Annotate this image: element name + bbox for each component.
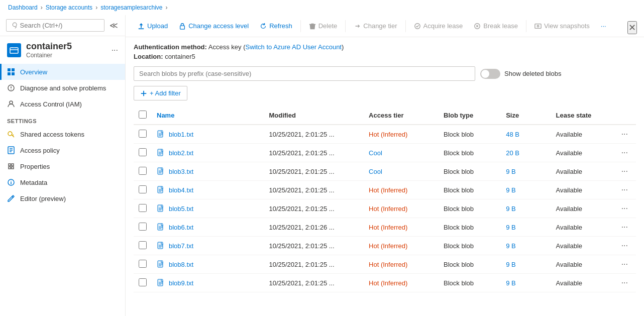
- row-more-actions-button-1[interactable]: ···: [618, 147, 631, 158]
- row-name-1[interactable]: blob2.txt: [169, 149, 193, 157]
- row-checkbox-2[interactable]: [139, 167, 147, 175]
- column-header-name[interactable]: Name: [152, 107, 264, 125]
- row-actions-cell-2[interactable]: ···: [613, 162, 636, 181]
- row-name-5[interactable]: blob6.txt: [169, 224, 193, 231]
- row-actions-cell-1[interactable]: ···: [613, 144, 636, 162]
- row-actions-cell-4[interactable]: ···: [613, 199, 636, 218]
- change-access-level-button[interactable]: Change access level: [174, 19, 254, 33]
- sidebar-item-overview[interactable]: Overview: [0, 64, 125, 80]
- blob-search-input[interactable]: [134, 66, 475, 81]
- row-checkbox-3[interactable]: [139, 185, 147, 193]
- row-more-actions-button-7[interactable]: ···: [618, 259, 631, 270]
- blob-file-icon-8: [157, 279, 165, 287]
- row-name-4[interactable]: blob5.txt: [169, 205, 193, 213]
- close-button[interactable]: ✕: [627, 21, 637, 34]
- upload-button[interactable]: Upload: [133, 19, 173, 33]
- sidebar-item-properties[interactable]: Properties: [0, 158, 125, 174]
- column-header-modified[interactable]: Modified: [264, 107, 364, 125]
- row-checkbox-5[interactable]: [139, 223, 147, 231]
- row-name-2[interactable]: blob3.txt: [169, 168, 193, 175]
- row-actions-cell-6[interactable]: ···: [613, 237, 636, 255]
- view-snapshots-button[interactable]: View snapshots: [529, 19, 595, 33]
- break-lease-button[interactable]: Break lease: [469, 19, 523, 33]
- row-lease-cell-6: Available: [551, 237, 613, 255]
- row-checkbox-cell-5[interactable]: [134, 218, 152, 237]
- change-tier-button[interactable]: Change tier: [349, 19, 402, 33]
- row-name-3[interactable]: blob4.txt: [169, 186, 193, 194]
- row-name-cell-7: blob8.txt: [152, 255, 264, 274]
- toolbar-divider-3: [405, 20, 406, 32]
- add-filter-button[interactable]: + Add filter: [134, 86, 187, 100]
- refresh-button[interactable]: Refresh: [255, 19, 297, 33]
- show-deleted-toggle[interactable]: [480, 69, 500, 79]
- row-actions-cell-3[interactable]: ···: [613, 181, 636, 199]
- key-icon: [7, 130, 15, 138]
- row-checkbox-6[interactable]: [139, 241, 147, 249]
- row-more-actions-button-5[interactable]: ···: [618, 222, 631, 233]
- overview-icon: [7, 68, 15, 76]
- row-name-6[interactable]: blob7.txt: [169, 242, 193, 250]
- row-type-cell-5: Block blob: [439, 218, 501, 237]
- resource-more-button[interactable]: ···: [112, 46, 118, 55]
- column-header-blob-type[interactable]: Blob type: [439, 107, 501, 125]
- row-more-actions-button-3[interactable]: ···: [618, 184, 631, 195]
- column-header-actions: [613, 107, 636, 125]
- acquire-lease-button[interactable]: Acquire lease: [409, 19, 468, 33]
- blob-file-icon-2: [157, 167, 165, 175]
- row-checkbox-cell-2[interactable]: [134, 162, 152, 181]
- sidebar-item-access-policy[interactable]: Access policy: [0, 142, 125, 158]
- row-more-actions-button-4[interactable]: ···: [618, 203, 631, 214]
- row-checkbox-cell-4[interactable]: [134, 199, 152, 218]
- row-lease-cell-3: Available: [551, 181, 613, 199]
- sidebar-item-diagnose[interactable]: Diagnose and solve problems: [0, 80, 125, 96]
- collapse-sidebar-button[interactable]: ≪: [109, 20, 119, 31]
- row-checkbox-cell-3[interactable]: [134, 181, 152, 199]
- row-name-8[interactable]: blob9.txt: [169, 279, 193, 287]
- breadcrumb-storagesamplesarchive[interactable]: storagesamplesarchive: [100, 4, 162, 11]
- row-tier-cell-2: Cool: [364, 162, 439, 181]
- lock-icon: [179, 23, 186, 30]
- row-type-cell-4: Block blob: [439, 199, 501, 218]
- select-all-checkbox[interactable]: [139, 111, 147, 119]
- row-checkbox-0[interactable]: [139, 130, 147, 138]
- row-checkbox-4[interactable]: [139, 204, 147, 212]
- row-name-7[interactable]: blob8.txt: [169, 261, 193, 268]
- row-checkbox-8[interactable]: [139, 278, 147, 286]
- row-more-actions-button-8[interactable]: ···: [618, 277, 631, 288]
- column-header-lease-state[interactable]: Lease state: [551, 107, 613, 125]
- svg-rect-10: [180, 26, 185, 29]
- row-checkbox-1[interactable]: [139, 148, 147, 156]
- row-more-actions-button-6[interactable]: ···: [618, 240, 631, 251]
- sidebar-item-iam[interactable]: Access Control (IAM): [0, 96, 125, 112]
- svg-rect-16: [158, 149, 163, 156]
- row-checkbox-cell-0[interactable]: [134, 125, 152, 144]
- sidebar-item-metadata[interactable]: Metadata: [0, 174, 125, 190]
- row-name-0[interactable]: blob1.txt: [169, 131, 193, 138]
- row-checkbox-cell-8[interactable]: [134, 274, 152, 292]
- row-checkbox-cell-1[interactable]: [134, 144, 152, 162]
- row-checkbox-cell-7[interactable]: [134, 255, 152, 274]
- row-more-actions-button-0[interactable]: ···: [618, 129, 631, 140]
- more-actions-toolbar-button[interactable]: ···: [596, 19, 611, 33]
- column-header-access-tier[interactable]: Access tier: [364, 107, 439, 125]
- breadcrumb-storage-accounts[interactable]: Storage accounts: [46, 4, 92, 11]
- row-more-actions-button-2[interactable]: ···: [618, 166, 631, 177]
- row-checkbox-cell-6[interactable]: [134, 237, 152, 255]
- search-input[interactable]: [20, 22, 100, 29]
- select-all-header[interactable]: [134, 107, 152, 125]
- switch-auth-link[interactable]: Switch to Azure AD User Account: [246, 43, 342, 51]
- row-actions-cell-5[interactable]: ···: [613, 218, 636, 237]
- row-lease-cell-7: Available: [551, 255, 613, 274]
- search-box[interactable]: [6, 19, 104, 32]
- row-checkbox-7[interactable]: [139, 260, 147, 268]
- breadcrumb-dashboard[interactable]: Dashboard: [8, 4, 38, 11]
- row-type-cell-0: Block blob: [439, 125, 501, 144]
- delete-button[interactable]: Delete: [304, 19, 343, 33]
- sidebar-item-editor[interactable]: Editor (preview): [0, 190, 125, 206]
- sidebar-item-shared-access-tokens[interactable]: Shared access tokens: [0, 126, 125, 142]
- row-actions-cell-0[interactable]: ···: [613, 125, 636, 144]
- row-actions-cell-7[interactable]: ···: [613, 255, 636, 274]
- blob-file-icon-7: [157, 260, 165, 268]
- row-actions-cell-8[interactable]: ···: [613, 274, 636, 292]
- column-header-size[interactable]: Size: [501, 107, 551, 125]
